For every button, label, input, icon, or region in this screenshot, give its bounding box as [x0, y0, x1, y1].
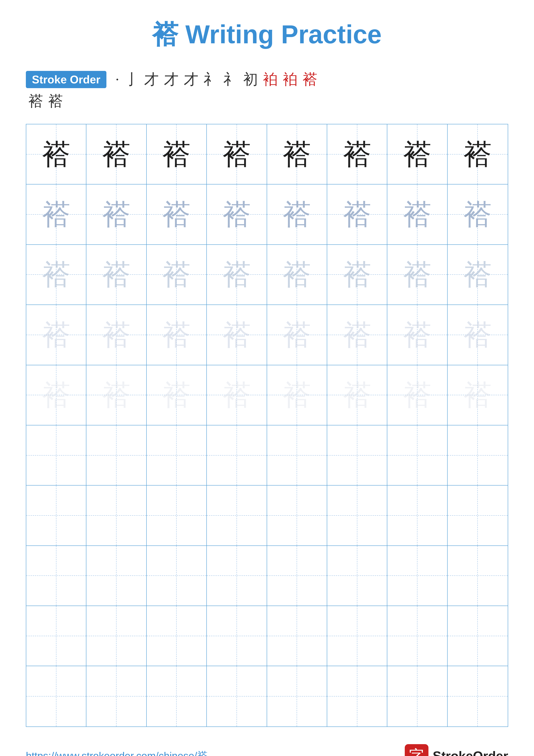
practice-char: 褡 — [223, 381, 251, 409]
grid-cell[interactable] — [447, 486, 508, 546]
grid-cell[interactable]: 褡 — [87, 245, 146, 305]
grid-cell[interactable]: 褡 — [87, 365, 146, 425]
grid-cell[interactable]: 褡 — [147, 365, 207, 425]
grid-cell[interactable]: 褡 — [447, 124, 508, 184]
grid-cell[interactable] — [387, 666, 447, 726]
grid-cell[interactable] — [26, 546, 87, 606]
stroke-second-row: 褡 褡 — [26, 92, 508, 111]
practice-char: 褡 — [163, 201, 191, 229]
grid-cell[interactable] — [387, 606, 447, 666]
grid-cell[interactable] — [447, 606, 508, 666]
grid-cell[interactable] — [267, 666, 327, 726]
practice-char: 褡 — [223, 201, 251, 229]
grid-cell[interactable]: 褡 — [26, 124, 87, 184]
grid-cell[interactable] — [147, 425, 207, 486]
grid-cell[interactable]: 褡 — [327, 245, 387, 305]
grid-cell[interactable]: 褡 — [447, 305, 508, 365]
practice-char: 褡 — [42, 140, 70, 168]
grid-cell[interactable]: 褡 — [267, 305, 327, 365]
grid-cell[interactable]: 褡 — [147, 124, 207, 184]
grid-cell[interactable]: 褡 — [387, 245, 447, 305]
practice-char: 褡 — [283, 381, 311, 409]
grid-cell[interactable] — [327, 486, 387, 546]
grid-cell[interactable] — [147, 666, 207, 726]
grid-cell[interactable]: 褡 — [267, 124, 327, 184]
grid-cell[interactable]: 褡 — [327, 305, 387, 365]
grid-cell[interactable]: 褡 — [26, 305, 87, 365]
grid-cell[interactable] — [447, 425, 508, 486]
grid-cell[interactable] — [207, 666, 267, 726]
grid-cell[interactable] — [87, 425, 146, 486]
grid-cell[interactable] — [267, 546, 327, 606]
grid-cell[interactable]: 褡 — [327, 184, 387, 245]
grid-cell[interactable]: 褡 — [26, 184, 87, 245]
grid-cell[interactable]: 褡 — [387, 124, 447, 184]
grid-cell[interactable]: 褡 — [87, 184, 146, 245]
grid-cell[interactable]: 褡 — [387, 184, 447, 245]
grid-cell[interactable]: 褡 — [26, 365, 87, 425]
stroke-7: 礻 — [223, 69, 238, 89]
grid-cell[interactable]: 褡 — [267, 184, 327, 245]
grid-cell[interactable]: 褡 — [447, 365, 508, 425]
grid-cell[interactable] — [387, 486, 447, 546]
grid-cell[interactable] — [147, 546, 207, 606]
grid-cell[interactable] — [267, 486, 327, 546]
grid-row: 褡褡褡褡褡褡褡褡 — [26, 184, 508, 245]
grid-cell[interactable] — [447, 546, 508, 606]
grid-cell[interactable]: 褡 — [267, 365, 327, 425]
practice-char: 褡 — [223, 321, 251, 349]
grid-cell[interactable] — [147, 606, 207, 666]
grid-cell[interactable] — [26, 606, 87, 666]
grid-cell[interactable] — [387, 546, 447, 606]
grid-cell[interactable]: 褡 — [147, 305, 207, 365]
practice-char: 褡 — [102, 381, 130, 409]
grid-cell[interactable]: 褡 — [207, 245, 267, 305]
grid-cell[interactable]: 褡 — [267, 245, 327, 305]
grid-cell[interactable]: 褡 — [87, 124, 146, 184]
grid-cell[interactable] — [327, 666, 387, 726]
grid-cell[interactable] — [87, 546, 146, 606]
grid-cell[interactable] — [327, 606, 387, 666]
grid-cell[interactable] — [207, 606, 267, 666]
grid-cell[interactable] — [87, 486, 146, 546]
grid-cell[interactable] — [207, 546, 267, 606]
grid-cell[interactable] — [267, 606, 327, 666]
stroke-4: 才 — [164, 69, 179, 89]
grid-cell[interactable] — [447, 666, 508, 726]
grid-cell[interactable]: 褡 — [207, 305, 267, 365]
stroke-order-section: Stroke Order · 亅 才 才 才 礻 礻 初 袙 袙 褡 褡 褡 — [26, 69, 508, 111]
grid-cell[interactable] — [26, 486, 87, 546]
grid-cell[interactable]: 褡 — [387, 365, 447, 425]
grid-cell[interactable]: 褡 — [207, 365, 267, 425]
grid-cell[interactable] — [267, 425, 327, 486]
grid-cell[interactable]: 褡 — [327, 365, 387, 425]
practice-char: 褡 — [403, 201, 431, 229]
grid-cell[interactable] — [147, 486, 207, 546]
grid-cell[interactable]: 褡 — [87, 305, 146, 365]
grid-cell[interactable]: 褡 — [207, 184, 267, 245]
grid-cell[interactable]: 褡 — [447, 245, 508, 305]
grid-cell[interactable]: 褡 — [447, 184, 508, 245]
grid-row — [26, 425, 508, 486]
footer-url[interactable]: https://www.strokeorder.com/chinese/褡 — [26, 749, 207, 756]
grid-cell[interactable] — [26, 425, 87, 486]
grid-cell[interactable]: 褡 — [26, 245, 87, 305]
grid-cell[interactable] — [327, 546, 387, 606]
practice-char: 褡 — [283, 140, 311, 168]
grid-cell[interactable] — [26, 666, 87, 726]
grid-row — [26, 666, 508, 726]
grid-cell[interactable]: 褡 — [327, 124, 387, 184]
grid-cell[interactable] — [207, 486, 267, 546]
grid-cell[interactable] — [327, 425, 387, 486]
page-title: 褡 Writing Practice — [152, 17, 382, 52]
grid-cell[interactable] — [87, 606, 146, 666]
grid-cell[interactable] — [207, 425, 267, 486]
practice-char: 褡 — [163, 321, 191, 349]
grid-cell[interactable] — [387, 425, 447, 486]
grid-cell[interactable]: 褡 — [207, 124, 267, 184]
grid-cell[interactable]: 褡 — [147, 245, 207, 305]
grid-cell[interactable]: 褡 — [147, 184, 207, 245]
grid-cell[interactable] — [87, 666, 146, 726]
grid-cell[interactable]: 褡 — [387, 305, 447, 365]
practice-char: 褡 — [102, 201, 130, 229]
